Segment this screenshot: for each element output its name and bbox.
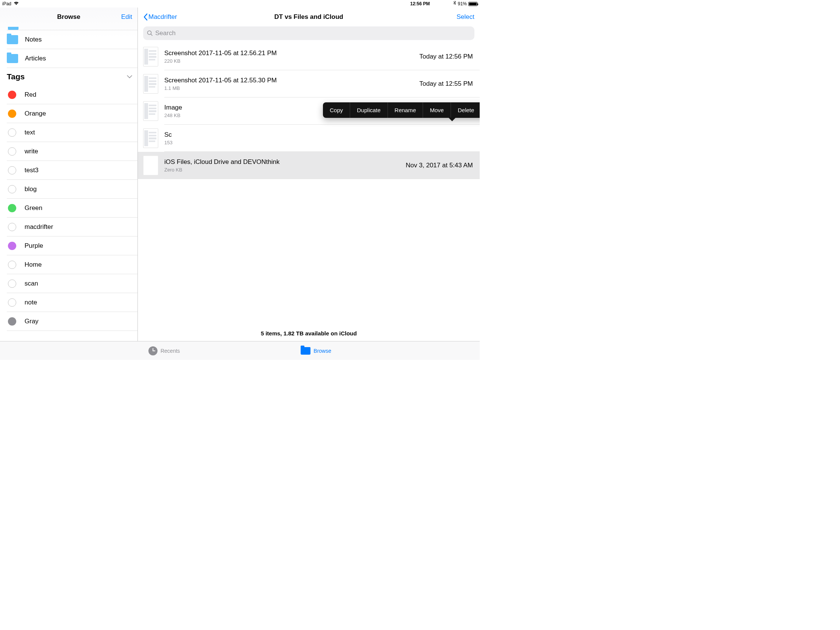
tag-dot-icon [8,185,16,193]
tag-dot-icon [8,242,16,250]
context-menu-item[interactable]: Delete [451,103,480,118]
file-thumbnail [143,47,158,66]
battery-icon [468,2,477,6]
tag-label: Home [25,261,41,268]
context-menu-item[interactable]: Duplicate [350,103,388,118]
file-date: Nov 3, 2017 at 5:43 AM [406,162,474,169]
file-thumbnail [143,128,158,148]
tag-dot-icon [8,91,16,99]
tags-header[interactable]: Tags [0,68,137,85]
tag-row[interactable]: blog [7,180,137,199]
tag-dot-icon [8,204,16,212]
chevron-down-icon [127,73,132,80]
file-thumbnail [143,74,158,94]
tag-label: scan [25,280,38,287]
tag-dot-icon [8,298,16,307]
tag-row[interactable]: write [7,142,137,161]
tag-row[interactable]: test3 [7,161,137,180]
folder-label: Notes [25,36,41,43]
file-name: iOS Files, iCloud Drive and DEVONthink [164,158,399,166]
file-thumbnail [143,156,158,175]
file-date: Today at 12:56 PM [419,53,474,60]
tag-row[interactable]: Gray [7,312,137,331]
search-input[interactable]: Search [143,27,474,40]
tag-dot-icon [8,279,16,288]
svg-line-1 [151,35,153,36]
tab-label: Browse [314,348,331,354]
tag-label: Purple [25,242,43,249]
tag-label: test3 [25,167,38,174]
context-menu-arrow [448,117,456,121]
tag-dot-icon [8,317,16,325]
tag-row[interactable]: text [7,123,137,142]
context-menu-item[interactable]: Move [423,103,451,118]
tab-recents[interactable]: Recents [148,346,180,355]
bluetooth-icon [453,1,456,7]
edit-button[interactable]: Edit [121,13,132,21]
folder-row-notes[interactable]: Notes [7,30,137,49]
tab-bar: Recents Browse [0,341,480,360]
file-row[interactable]: Screenshot 2017-11-05 at 12.55.30 PM1.1 … [138,70,480,98]
tag-label: macdrifter [25,223,53,231]
search-icon [147,30,153,36]
tag-label: Green [25,204,42,212]
folder-icon [7,35,18,44]
file-size: Zero KB [164,167,399,173]
content-header: Macdrifter DT vs Files and iCloud Select [138,8,480,27]
tag-row[interactable]: Purple [7,237,137,255]
sidebar-title: Browse [57,13,80,21]
folder-icon [301,347,311,355]
file-thumbnail [143,101,158,121]
wifi-icon [14,1,19,6]
folder-row-articles[interactable]: Articles [7,49,137,68]
tag-dot-icon [8,109,16,118]
tag-label: Red [25,91,36,99]
file-date: Today at 12:55 PM [419,80,474,88]
storage-status: 5 items, 1.82 TB available on iCloud [138,326,480,341]
tag-dot-icon [8,166,16,175]
tag-row[interactable]: Orange [7,104,137,123]
back-label: Macdrifter [148,13,177,21]
tag-dot-icon [8,261,16,269]
file-size: 220 KB [164,58,413,64]
chevron-left-icon [143,13,148,21]
tag-row[interactable]: Green [7,199,137,218]
tag-row[interactable]: Red [7,85,137,104]
file-size: 153 [164,140,467,145]
sidebar-header: Browse Edit [0,8,137,27]
folder-label: Articles [25,55,46,62]
file-row[interactable]: iOS Files, iCloud Drive and DEVONthinkZe… [138,152,480,179]
file-name: Sc [164,131,467,139]
tag-row[interactable]: scan [7,274,137,293]
back-button[interactable]: Macdrifter [143,13,177,21]
folder-row-partial[interactable] [7,27,137,30]
file-row[interactable]: Screenshot 2017-11-05 at 12.56.21 PM220 … [138,43,480,70]
device-label: iPad [2,1,11,6]
tag-label: Orange [25,110,46,117]
file-row[interactable]: Sc153 [138,125,480,152]
tag-label: text [25,129,35,136]
file-list: Screenshot 2017-11-05 at 12.56.21 PM220 … [138,43,480,326]
clock-icon [148,346,158,355]
tag-row[interactable]: Home [7,255,137,274]
content-title: DT vs Files and iCloud [274,13,343,21]
sidebar: Browse Edit Notes Articles Tags [0,8,138,341]
status-bar: iPad 12:56 PM 91% [0,0,480,8]
select-button[interactable]: Select [456,13,474,21]
battery-percent: 91% [458,1,467,6]
tag-label: write [25,148,38,155]
tag-dot-icon [8,128,16,137]
file-name: Screenshot 2017-11-05 at 12.55.30 PM [164,77,413,84]
context-menu-item[interactable]: Rename [388,103,423,118]
tag-dot-icon [8,147,16,156]
tab-browse[interactable]: Browse [301,347,331,355]
tag-label: Gray [25,317,38,325]
tag-row[interactable]: macdrifter [7,218,137,237]
context-menu-item[interactable]: Copy [323,103,350,118]
context-menu: CopyDuplicateRenameMoveDeleteShareTagsIn… [323,103,480,118]
tag-label: note [25,299,37,306]
tag-row[interactable]: note [7,293,137,312]
tag-dot-icon [8,223,16,231]
folder-icon [7,54,18,63]
file-size: 1.1 MB [164,85,413,91]
